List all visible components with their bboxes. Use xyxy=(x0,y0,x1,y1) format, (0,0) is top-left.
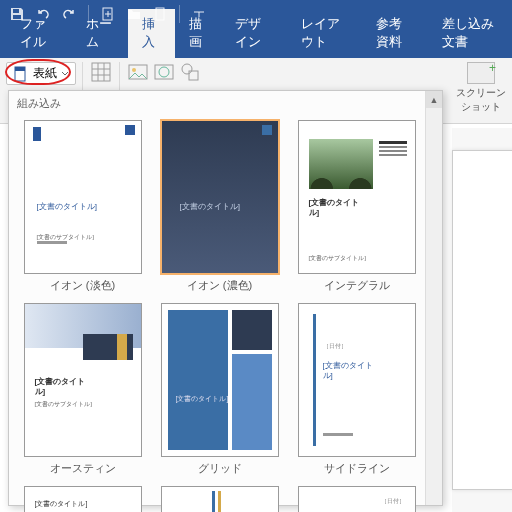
page-icon xyxy=(13,66,29,82)
thumb-ion-dark: [文書のタイトル] xyxy=(161,120,279,274)
customize-qat-icon[interactable] xyxy=(188,3,210,25)
thumb-caption: イオン (濃色) xyxy=(187,278,252,293)
gallery-scrollbar[interactable]: ▲ xyxy=(425,91,442,505)
svg-point-11 xyxy=(182,64,192,74)
thumb-partial-3: ［日付］ xyxy=(298,486,416,512)
new-doc-icon[interactable] xyxy=(97,3,119,25)
cover-page-label: 表紙 xyxy=(33,65,57,82)
ribbon-right: + スクリーン ショット xyxy=(456,62,506,114)
screenshot-label1: スクリーン xyxy=(456,86,506,100)
svg-point-8 xyxy=(132,68,136,72)
svg-rect-5 xyxy=(15,67,25,71)
gallery-item[interactable]: [文書のタイトル] xyxy=(19,486,146,512)
svg-rect-0 xyxy=(13,9,19,13)
gallery-item[interactable]: [文書のタイトル] イオン (濃色) xyxy=(156,120,283,293)
undo-icon[interactable] xyxy=(32,3,54,25)
gallery-section-header: 組み込み xyxy=(9,91,442,116)
thumb-grid: [文書のタイトル] xyxy=(161,303,279,457)
screenshot-button[interactable]: + スクリーン ショット xyxy=(456,62,506,114)
thumb-sideline: ［日付］ [文書のタイト ル] xyxy=(298,303,416,457)
thumb-partial-2 xyxy=(161,486,279,512)
camera-icon: + xyxy=(467,62,495,84)
screenshot-label2: ショット xyxy=(461,100,501,114)
thumb-caption: グリッド xyxy=(198,461,242,476)
picture-icon[interactable] xyxy=(128,62,148,82)
document-page xyxy=(452,150,512,490)
gallery-item[interactable]: [文書のタイトル] グリッド xyxy=(156,303,283,476)
online-picture-icon[interactable] xyxy=(154,62,174,82)
thumb-caption: イオン (淡色) xyxy=(50,278,115,293)
tab-mailings[interactable]: 差し込み文書 xyxy=(428,9,512,58)
svg-rect-6 xyxy=(92,63,110,81)
gallery-item[interactable]: ［日付］ [文書のタイト ル] サイドライン xyxy=(293,303,420,476)
shapes-icon[interactable] xyxy=(180,62,200,82)
tab-references[interactable]: 参考資料 xyxy=(362,9,428,58)
svg-rect-1 xyxy=(13,15,21,19)
blank-doc-icon[interactable] xyxy=(149,3,171,25)
gallery-item[interactable]: [文書のタイト ル] [文書のサブタイトル] オースティン xyxy=(19,303,146,476)
thumb-partial-1: [文書のタイトル] xyxy=(24,486,142,512)
table-icon[interactable] xyxy=(91,62,111,82)
cover-gallery-panel: 組み込み [文書のタイトル] [文書のサブタイトル] イオン (淡色) [文書の… xyxy=(8,90,443,506)
chevron-down-icon xyxy=(61,70,69,78)
thumb-integral: [文書のタイト ル] [文書のサブタイトル] xyxy=(298,120,416,274)
thumb-caption: インテグラル xyxy=(324,278,390,293)
thumb-ion-light: [文書のタイトル] [文書のサブタイトル] xyxy=(24,120,142,274)
gallery-item[interactable]: [文書のタイトル] [文書のサブタイトル] イオン (淡色) xyxy=(19,120,146,293)
save-icon[interactable] xyxy=(6,3,28,25)
tab-design[interactable]: デザイン xyxy=(221,9,287,58)
redo-icon[interactable] xyxy=(58,3,80,25)
tab-layout[interactable]: レイアウト xyxy=(287,9,362,58)
thumb-austin: [文書のタイト ル] [文書のサブタイトル] xyxy=(24,303,142,457)
scroll-up-icon[interactable]: ▲ xyxy=(426,91,442,108)
cover-page-button[interactable]: 表紙 xyxy=(6,62,76,85)
svg-point-10 xyxy=(159,67,169,77)
thumb-caption: オースティン xyxy=(50,461,116,476)
gallery-item[interactable] xyxy=(156,486,283,512)
gallery-item[interactable]: [文書のタイト ル] [文書のサブタイトル] インテグラル xyxy=(293,120,420,293)
svg-rect-3 xyxy=(156,8,164,20)
gallery-item[interactable]: ［日付］ xyxy=(293,486,420,512)
gallery-grid: [文書のタイトル] [文書のサブタイトル] イオン (淡色) [文書のタイトル]… xyxy=(9,116,442,512)
ribbon-tabs: ファイル ホーム 挿入 描画 デザイン レイアウト 参考資料 差し込み文書 xyxy=(0,28,512,58)
open-icon[interactable] xyxy=(123,3,145,25)
thumb-caption: サイドライン xyxy=(324,461,390,476)
